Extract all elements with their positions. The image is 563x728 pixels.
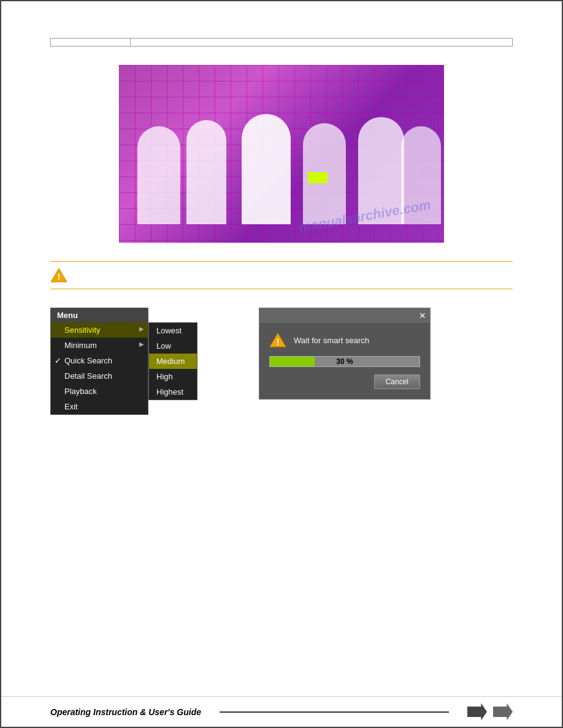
figure-1 xyxy=(137,126,180,224)
video-screenshot: manualsarchive.com xyxy=(119,65,444,243)
menu-item-detail-search[interactable]: Detail Search xyxy=(51,368,148,384)
figure-2 xyxy=(186,120,226,224)
submenu-item-lowest[interactable]: Lowest xyxy=(149,323,197,338)
menu-item-sensitivity[interactable]: Sensitivity xyxy=(51,322,148,338)
context-menu-group: Menu Sensitivity Minimum Quick Search xyxy=(50,308,197,415)
submenu-item-high[interactable]: High xyxy=(149,369,197,384)
figure-3 xyxy=(242,114,291,224)
dialog-titlebar: ✕ xyxy=(259,308,430,323)
cancel-button[interactable]: Cancel xyxy=(374,374,420,389)
menu-title: Menu xyxy=(51,308,148,322)
warning-icon: ! xyxy=(50,267,67,284)
submenu-sensitivity: Lowest Low Medium High Highest xyxy=(148,322,197,400)
dialog-buttons: Cancel xyxy=(269,374,420,389)
dialog-message-row: ! Wait for smart search xyxy=(269,332,420,349)
table-cell-1 xyxy=(51,39,131,47)
submenu-item-highest[interactable]: Highest xyxy=(149,384,197,400)
footer-line xyxy=(220,711,449,713)
menu-item-minimum[interactable]: Minimum xyxy=(51,338,148,353)
dialog-close-button[interactable]: ✕ xyxy=(419,311,426,320)
svg-text:!: ! xyxy=(277,337,280,347)
dialog-warning-icon: ! xyxy=(269,332,286,349)
smart-search-dialog: ✕ ! Wait for smart search 30 % xyxy=(259,308,431,400)
menu-item-playback[interactable]: Playback xyxy=(51,384,148,399)
page: manualsarchive.com ! Menu Sensitivity xyxy=(0,0,563,728)
dialog-message-text: Wait for smart search xyxy=(294,336,369,345)
warning-section: ! xyxy=(50,261,513,289)
menu-item-exit[interactable]: Exit xyxy=(51,399,148,414)
info-table xyxy=(50,38,513,47)
progress-bar: 30 % xyxy=(269,356,420,367)
svg-text:!: ! xyxy=(58,272,61,282)
motion-highlight xyxy=(308,172,327,183)
submenu-item-low[interactable]: Low xyxy=(149,338,197,354)
footer: Operating Instruction & User's Guide xyxy=(1,696,562,727)
menu-item-quick-search[interactable]: Quick Search xyxy=(51,353,148,368)
footer-title: Operating Instruction & User's Guide xyxy=(50,707,201,717)
footer-icon-prev[interactable] xyxy=(467,703,487,721)
table-cell-2 xyxy=(131,39,513,47)
dialog-body: ! Wait for smart search 30 % Cancel xyxy=(259,323,430,399)
content-area: manualsarchive.com ! Menu Sensitivity xyxy=(1,1,562,464)
table-row xyxy=(51,39,513,47)
progress-label: 30 % xyxy=(270,357,419,366)
ui-demo-area: Menu Sensitivity Minimum Quick Search xyxy=(50,308,513,415)
submenu-item-medium[interactable]: Medium xyxy=(149,354,197,369)
footer-icon-next[interactable] xyxy=(493,703,513,721)
context-menu: Menu Sensitivity Minimum Quick Search xyxy=(50,308,148,415)
